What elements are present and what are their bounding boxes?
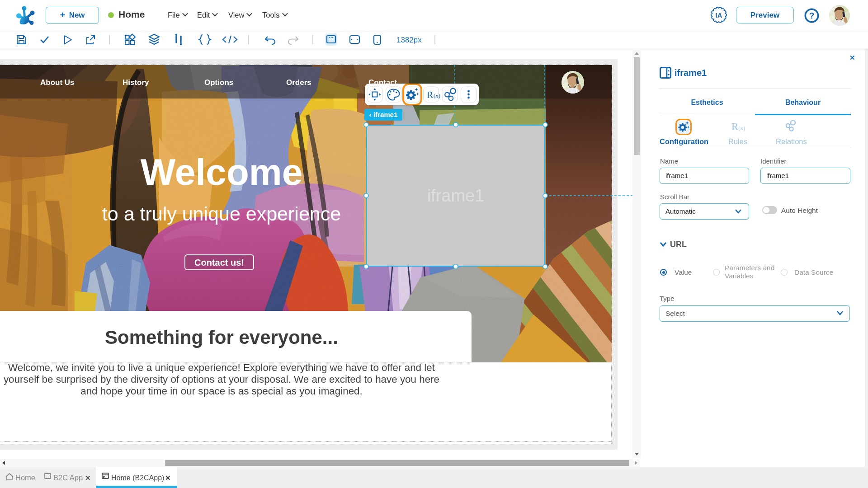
svg-text:?: ? <box>809 11 815 20</box>
svg-text:Home: Home <box>15 474 35 482</box>
svg-text:R: R <box>427 89 434 100</box>
svg-text:B2C App: B2C App <box>53 474 83 482</box>
svg-text:✕: ✕ <box>85 474 91 482</box>
svg-text:Home (B2CApp): Home (B2CApp) <box>111 474 164 482</box>
svg-text:1382px: 1382px <box>396 36 422 44</box>
svg-text:✕: ✕ <box>165 474 171 482</box>
svg-text:(x): (x) <box>434 92 440 99</box>
svg-text:IA: IA <box>716 11 722 19</box>
